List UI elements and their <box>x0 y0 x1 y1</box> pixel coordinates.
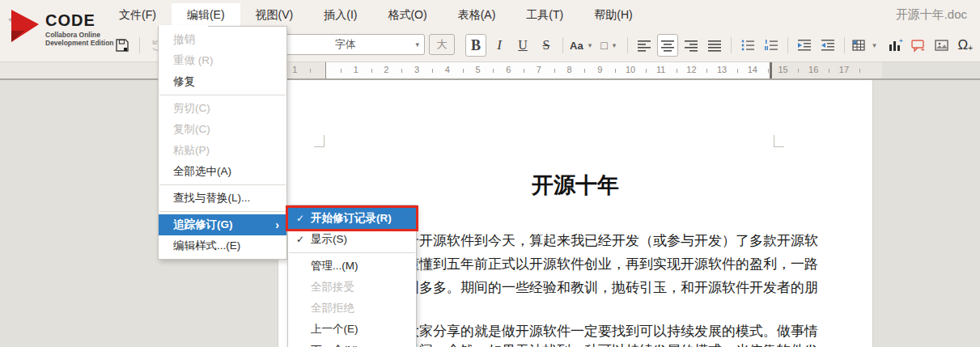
decrease-indent-button[interactable] <box>817 34 838 57</box>
font-name-combobox[interactable]: 字体 ▾ <box>279 34 425 55</box>
menubar: 文件(F) 编辑(E) 视图(V) 插入(I) 格式(O) 表格(A) 工具(T… <box>104 3 648 26</box>
document-name: 开源十年.doc <box>896 7 967 23</box>
submenu-item-reject-all[interactable]: 全部拒绝 <box>288 298 416 319</box>
menu-format[interactable]: 格式(O) <box>372 3 442 26</box>
align-center-icon <box>660 38 675 53</box>
save-button[interactable] <box>112 34 133 57</box>
align-left-button[interactable] <box>634 34 655 57</box>
chevron-down-icon: ▾ <box>608 41 622 49</box>
align-left-icon <box>637 38 651 53</box>
align-center-button[interactable] <box>657 34 678 57</box>
body-line[interactable]: 一个开源软件到今天，算起来我已经开发（或参与开发）了多款开源软 <box>392 231 818 250</box>
toolbar-separator <box>139 37 140 53</box>
font-name-value: 字体 <box>280 37 410 52</box>
ruler-active-area <box>325 62 770 78</box>
align-right-icon <box>684 38 698 53</box>
text-boundary-corner-left <box>314 135 325 147</box>
submenu-item-previous[interactable]: 上一个(E) <box>288 319 416 340</box>
bullet-list-icon <box>740 38 755 53</box>
menu-item-copy[interactable]: 复制(C) <box>159 119 286 140</box>
decrease-indent-icon <box>821 38 835 53</box>
logo-title: CODE <box>45 11 95 30</box>
submenu-item-accept-all[interactable]: 全部接受 <box>288 277 416 298</box>
bold-button[interactable]: B <box>465 34 486 57</box>
insert-chart-button[interactable]: + <box>885 34 906 57</box>
insert-comment-icon: + <box>910 38 927 53</box>
document-title[interactable]: 开源十年 <box>278 171 872 200</box>
menu-item-cut[interactable]: 剪切(C) <box>159 98 286 119</box>
insert-table-icon <box>851 38 868 53</box>
italic-button[interactable]: I <box>489 34 510 57</box>
insert-comment-button[interactable]: + <box>908 34 929 57</box>
menu-item-find-replace[interactable]: 查找与替换(L)... <box>159 188 286 209</box>
menu-table[interactable]: 表格(A) <box>443 3 511 26</box>
menu-item-redo[interactable]: 重做 (R) <box>159 50 286 71</box>
menu-edit[interactable]: 编辑(E) <box>172 3 240 26</box>
justify-icon <box>707 38 722 53</box>
numbered-list-button[interactable] <box>761 34 782 57</box>
submenu-item-show-changes[interactable]: ✓ 显示(S) <box>288 229 416 250</box>
increase-indent-icon <box>797 38 812 53</box>
justify-button[interactable] <box>704 34 725 57</box>
svg-text:+: + <box>899 38 903 44</box>
menu-file[interactable]: 文件(F) <box>104 3 172 26</box>
chevron-down-icon: ▾ <box>410 40 424 49</box>
align-right-button[interactable] <box>681 34 702 57</box>
check-icon: ✓ <box>296 208 311 229</box>
menu-item-repair[interactable]: 修复 <box>159 71 286 92</box>
submenu-item-record-changes[interactable]: ✓ 开始修订记录(R) <box>288 208 416 229</box>
save-icon <box>114 37 130 53</box>
submenu-item-next[interactable]: 下一个(N) <box>288 340 416 347</box>
ruler-left-margin-marker[interactable] <box>325 62 326 78</box>
numbered-list-icon <box>764 38 778 53</box>
collabora-writer-window: CODE Collabora Online Development Editio… <box>0 0 980 347</box>
menu-item-track-changes[interactable]: 追踪修订(G) › <box>159 214 286 235</box>
highlight-color-button[interactable]: □ ▾ <box>600 34 622 57</box>
menu-view[interactable]: 视图(V) <box>240 3 309 26</box>
submenu-item-manage[interactable]: 管理...(M) <box>288 256 416 277</box>
strikethrough-button[interactable]: S <box>536 34 557 57</box>
insert-image-button[interactable] <box>931 34 952 57</box>
body-line[interactable]: 、时间、金钱。如果无法找到一种可以持续发展的模式，光依靠软件发 <box>392 341 818 347</box>
body-line[interactable]: 懵懂懂到五年前正式以开源软件创业，再到实现开源软件的盈利，一路 <box>392 255 818 273</box>
insert-table-button[interactable]: ▾ <box>851 34 882 57</box>
toolbar: 字体 ▾ 大 B I U S Aa ▾ □ ▾ <box>0 31 980 60</box>
menu-insert[interactable]: 插入(I) <box>308 3 372 26</box>
insert-image-icon <box>934 38 950 53</box>
character-case-button[interactable]: Aa ▾ <box>569 34 597 57</box>
menu-tools[interactable]: 工具(T) <box>511 3 579 26</box>
bullet-list-button[interactable] <box>737 34 758 57</box>
text-boundary-corner-right <box>774 135 784 147</box>
svg-text:+: + <box>921 46 925 53</box>
chevron-down-icon: ▾ <box>868 41 881 49</box>
edit-menu-dropdown: 撤销 重做 (R) 修复 剪切(C) 复制(C) 粘贴(P) 全部选中(A) 查… <box>158 26 287 260</box>
font-size-button[interactable]: 大 <box>429 34 455 55</box>
check-icon: ✓ <box>296 229 311 250</box>
underline-button[interactable]: U <box>512 34 533 57</box>
ruler-right-margin-marker[interactable] <box>770 62 772 78</box>
body-line[interactable]: 和大家分享的就是做开源软件一定要找到可以持续发展的模式。做事情 <box>392 322 818 341</box>
menu-item-undo[interactable]: 撤销 <box>159 29 286 50</box>
menu-item-paste[interactable]: 粘贴(P) <box>159 140 286 161</box>
increase-indent-button[interactable] <box>794 34 815 57</box>
menu-help[interactable]: 帮助(H) <box>579 3 647 26</box>
menu-item-edit-style[interactable]: 编辑样式...(E) <box>159 235 286 256</box>
chevron-down-icon: ▾ <box>583 41 597 49</box>
track-changes-submenu: ✓ 开始修订记录(R) ✓ 显示(S) 管理...(M) 全部接受 全部拒绝 上… <box>287 205 417 347</box>
insert-chart-icon: + <box>887 38 903 53</box>
header-bar: CODE Collabora Online Development Editio… <box>0 0 980 62</box>
menu-item-select-all[interactable]: 全部选中(A) <box>159 161 286 182</box>
document-area: 开源十年 一个开源软件到今天，算起来我已经开发（或参与开发）了多款开源软 懵懂懂… <box>0 80 980 347</box>
ruler[interactable]: 11234567891011121314151617 <box>0 62 882 78</box>
special-character-button[interactable]: Ω + <box>955 34 976 57</box>
body-line[interactable]: 教训多多。期间的一些经验和教训，抛砖引玉，和开源软件开发者的朋 <box>392 278 818 297</box>
chevron-right-icon: › <box>275 214 279 235</box>
